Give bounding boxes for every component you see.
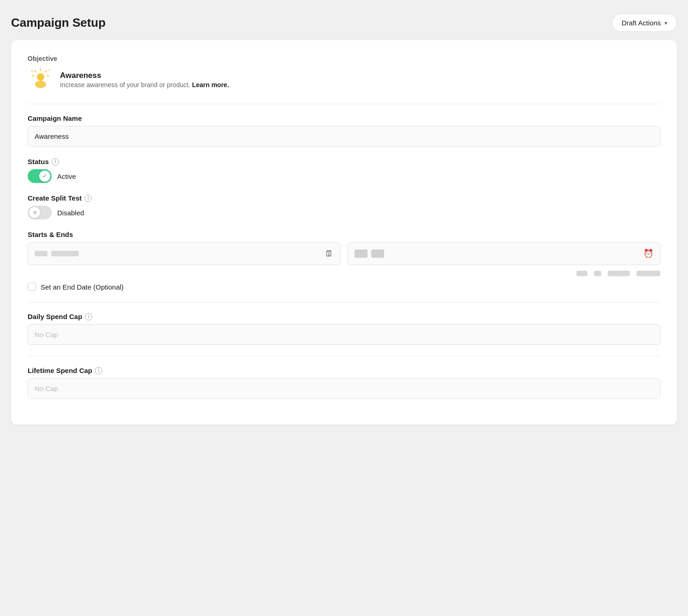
objective-label: Objective [28,55,660,62]
date-time-row: 🗓 ⏰ [28,242,660,265]
svg-text:✦: ✦ [48,69,50,71]
placeholder-block-2 [51,251,79,256]
split-test-toggle[interactable]: ✕ [28,206,52,219]
lifetime-spend-cap-label: Lifetime Spend Cap i [28,367,660,374]
split-test-label: Create Split Test i [28,194,660,202]
divider-1 [28,104,660,104]
svg-line-3 [35,71,36,72]
toggle-x-icon: ✕ [33,210,37,216]
objective-text: Awareness Increase awareness of your bra… [60,71,229,89]
objective-description: Increase awareness of your brand or prod… [60,81,229,89]
campaign-name-input[interactable] [28,126,660,147]
campaign-name-section: Campaign Name [28,114,660,147]
end-date-checkbox-row: Set an End Date (Optional) [28,283,660,291]
awareness-icon: ✦ ✦ [28,67,53,93]
lifetime-spend-cap-input[interactable] [28,378,660,399]
time-block-2 [371,249,384,258]
toggle-check-icon: ✓ [42,173,47,179]
clock-icon: ⏰ [643,249,653,259]
helper-block-1 [576,271,587,276]
divider-3 [28,356,660,356]
svg-text:✦: ✦ [30,69,34,73]
daily-spend-cap-section: Daily Spend Cap i [28,313,660,345]
status-toggle[interactable]: ✓ [28,169,52,183]
objective-title: Awareness [60,71,229,80]
status-toggle-row: ✓ Active [28,169,660,183]
split-test-section: Create Split Test i ✕ Disabled [28,194,660,219]
lifetime-spend-info-icon[interactable]: i [95,367,102,374]
learn-more-link[interactable]: Learn more. [192,81,229,89]
status-toggle-label: Active [57,172,76,180]
helper-block-4 [636,271,660,276]
lifetime-spend-cap-section: Lifetime Spend Cap i [28,367,660,399]
page-title: Campaign Setup [11,16,106,30]
calendar-icon: 🗓 [325,249,333,259]
start-date-placeholder [35,251,79,256]
helper-block-3 [608,271,630,276]
chevron-down-icon: ▾ [664,20,667,26]
draft-actions-label: Draft Actions [622,19,661,27]
daily-spend-cap-input[interactable] [28,324,660,345]
helper-block-2 [594,271,601,276]
status-section: Status i ✓ Active [28,158,660,183]
starts-ends-section: Starts & Ends 🗓 ⏰ [28,231,660,291]
svg-line-4 [45,71,47,72]
end-date-helper-row [28,271,660,276]
page-wrapper: Campaign Setup Draft Actions ▾ Objective [0,0,688,432]
time-block-1 [355,249,368,258]
split-test-toggle-label: Disabled [57,209,84,217]
daily-spend-cap-label: Daily Spend Cap i [28,313,660,320]
status-label: Status i [28,158,660,166]
split-test-info-icon[interactable]: i [84,195,92,202]
starts-ends-label: Starts & Ends [28,231,660,238]
draft-actions-button[interactable]: Draft Actions ▾ [612,14,677,32]
split-toggle-thumb: ✕ [29,207,40,218]
page-header: Campaign Setup Draft Actions ▾ [11,7,677,40]
svg-point-0 [35,81,46,88]
campaign-name-label: Campaign Name [28,114,660,122]
divider-2 [28,302,660,302]
placeholder-block-1 [35,251,47,256]
end-date-checkbox[interactable] [28,283,36,291]
status-info-icon[interactable]: i [52,158,59,166]
start-time-placeholder [355,249,384,258]
svg-point-1 [37,73,44,81]
main-card: Objective [11,40,677,425]
start-time-field[interactable]: ⏰ [348,242,660,265]
daily-spend-info-icon[interactable]: i [85,313,92,320]
split-test-toggle-row: ✕ Disabled [28,206,660,219]
start-date-field[interactable]: 🗓 [28,242,340,265]
objective-section: Objective [28,55,660,93]
toggle-thumb: ✓ [39,171,50,182]
svg-line-6 [47,76,49,76]
svg-line-5 [32,76,34,76]
objective-content: ✦ ✦ Awareness Increase awareness of your… [28,67,660,93]
end-date-label: Set an End Date (Optional) [41,283,124,291]
